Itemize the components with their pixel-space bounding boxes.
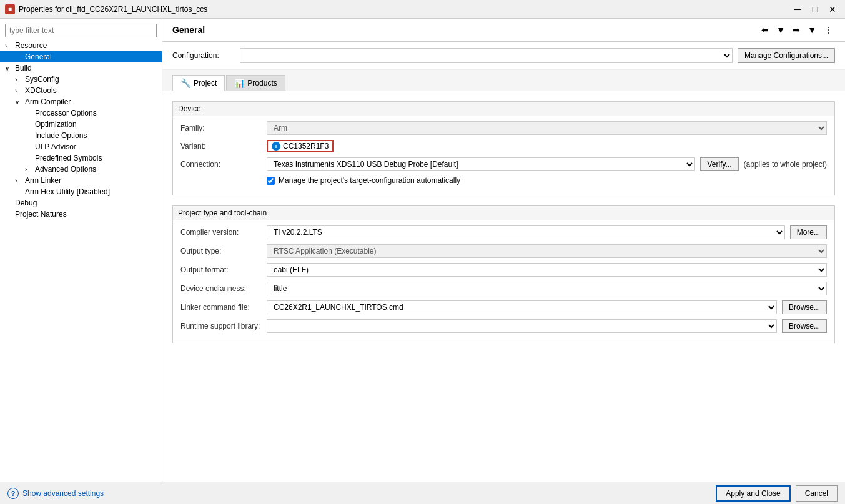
device-section: Device Family: Arm Variant: i (172, 101, 835, 195)
sidebar-item-label: XDCtools (25, 86, 57, 95)
bottom-buttons: Apply and Close Cancel (716, 485, 838, 502)
configuration-label: Configuration: (172, 51, 235, 60)
products-tab-icon: 📊 (234, 78, 245, 88)
sidebar-item-armhexutility[interactable]: Arm Hex Utility [Disabled] (0, 186, 162, 197)
sidebar-item-debug[interactable]: Debug (0, 197, 162, 209)
sidebar-item-projectnatures[interactable]: Project Natures (0, 209, 162, 220)
sidebar-item-resource[interactable]: › Resource (0, 40, 162, 51)
device-endian-label: Device endianness: (180, 284, 262, 293)
tab-project[interactable]: 🔧 Project (172, 75, 225, 91)
configuration-select[interactable]: Debug [ Active ] (240, 48, 733, 63)
sidebar-item-ulpadvisor[interactable]: ULP Advisor (0, 141, 162, 152)
tab-products[interactable]: 📊 Products (226, 75, 285, 91)
sidebar-item-armlinker[interactable]: › Arm Linker (0, 175, 162, 186)
back-button[interactable]: ⬅ (759, 24, 771, 36)
cancel-button[interactable]: Cancel (796, 485, 838, 502)
manage-checkbox[interactable] (267, 177, 275, 185)
family-row: Family: Arm (180, 121, 827, 135)
sidebar-item-label: Arm Linker (25, 176, 61, 185)
more-button[interactable]: More... (790, 225, 827, 239)
variant-row: Variant: i CC1352R1F3 (180, 140, 827, 152)
sidebar-item-general[interactable]: General (0, 51, 162, 62)
device-section-content: Family: Arm Variant: i CC1352R1F3 (173, 116, 834, 195)
linker-cmd-select[interactable]: CC26X2R1_LAUNCHXL_TIRTOS.cmd (267, 300, 777, 314)
filter-input[interactable] (5, 24, 157, 37)
arrow-icon: › (15, 177, 22, 184)
output-format-row: Output format: eabi (ELF) (180, 263, 827, 277)
project-type-section-content: Compiler version: TI v20.2.2.LTS More...… (173, 220, 834, 343)
sidebar-item-optimization[interactable]: Optimization (0, 119, 162, 130)
minimize-button[interactable]: ─ (790, 3, 805, 16)
content-body: Device Family: Arm Variant: i (162, 91, 845, 482)
window-title: Properties for cli_ftd_CC26X2R1_LAUNCHXL… (19, 5, 207, 14)
sidebar-item-label: Build (15, 64, 32, 72)
forward-dropdown-button[interactable]: ▼ (805, 24, 819, 36)
sidebar-item-includeoptions[interactable]: Include Options (0, 130, 162, 141)
apply-and-close-button[interactable]: Apply and Close (716, 485, 790, 502)
verify-button[interactable]: Verify... (700, 157, 738, 171)
sidebar-item-sysconfg[interactable]: › SysConfig (0, 74, 162, 85)
connection-label: Connection: (180, 160, 262, 169)
compiler-version-select[interactable]: TI v20.2.2.LTS (267, 225, 785, 239)
main-layout: › Resource General ∨ Build › SysConfig ›… (0, 19, 845, 482)
header-actions: ⬅ ▼ ➡ ▼ ⋮ (759, 24, 835, 36)
tab-products-label: Products (247, 79, 277, 87)
output-type-label: Output type: (180, 247, 262, 255)
connection-select[interactable]: Texas Instruments XDS110 USB Debug Probe… (267, 157, 695, 171)
page-title: General (172, 25, 205, 35)
device-endian-row: Device endianness: little (180, 282, 827, 295)
more-options-button[interactable]: ⋮ (821, 24, 835, 36)
browse-button-2[interactable]: Browse... (782, 319, 827, 333)
sidebar-item-label: Arm Hex Utility [Disabled] (25, 187, 110, 196)
output-format-label: Output format: (180, 265, 262, 274)
sidebar-item-label: ULP Advisor (35, 142, 76, 151)
sidebar-item-label: Project Natures (15, 210, 67, 219)
configuration-row: Configuration: Debug [ Active ] Manage C… (162, 42, 845, 70)
arrow-icon: › (25, 166, 32, 173)
sidebar-item-label: Arm Compiler (25, 97, 71, 106)
title-bar: ■ Properties for cli_ftd_CC26X2R1_LAUNCH… (0, 0, 845, 19)
sidebar-item-xdctools[interactable]: › XDCtools (0, 85, 162, 96)
tabs-bar: 🔧 Project 📊 Products (162, 70, 845, 91)
sidebar-item-label: Resource (15, 41, 47, 50)
output-format-select[interactable]: eabi (ELF) (267, 263, 827, 277)
project-tab-icon: 🔧 (180, 78, 191, 88)
device-section-title: Device (173, 102, 834, 116)
sidebar-item-label: Processor Options (35, 109, 97, 117)
content-header: General ⬅ ▼ ➡ ▼ ⋮ (162, 19, 845, 42)
nav-dropdown-button[interactable]: ▼ (774, 24, 788, 36)
sidebar-item-label: SysConfig (25, 75, 59, 84)
sidebar-item-label: Optimization (35, 120, 77, 129)
output-type-row: Output type: RTSC Application (Executabl… (180, 244, 827, 258)
manage-configurations-button[interactable]: Manage Configurations... (738, 48, 835, 63)
close-button[interactable]: ✕ (825, 3, 840, 16)
sidebar-item-processoroptions[interactable]: Processor Options (0, 107, 162, 119)
variant-label: Variant: (180, 142, 262, 151)
family-label: Family: (180, 124, 262, 132)
runtime-support-label: Runtime support library: (180, 322, 262, 330)
sidebar-item-label: Debug (15, 199, 37, 207)
tab-project-label: Project (194, 79, 217, 87)
bottom-bar: ? Show advanced settings Apply and Close… (0, 482, 845, 504)
sidebar-item-label: Advanced Options (35, 165, 96, 174)
sidebar-item-predefinedsymbols[interactable]: Predefined Symbols (0, 152, 162, 164)
variant-value: CC1352R1F3 (283, 142, 329, 151)
arrow-icon: ∨ (15, 99, 22, 106)
maximize-button[interactable]: □ (808, 3, 823, 16)
sidebar-item-armcompiler[interactable]: ∨ Arm Compiler (0, 96, 162, 107)
device-endian-select[interactable]: little (267, 282, 827, 295)
compiler-version-label: Compiler version: (180, 228, 262, 237)
sidebar: › Resource General ∨ Build › SysConfig ›… (0, 19, 162, 482)
output-type-select[interactable]: RTSC Application (Executable) (267, 244, 827, 258)
sidebar-item-label: General (25, 52, 52, 61)
sidebar-item-label: Include Options (35, 131, 87, 140)
sidebar-item-advancedoptions[interactable]: › Advanced Options (0, 164, 162, 175)
linker-cmd-row: Linker command file: CC26X2R1_LAUNCHXL_T… (180, 300, 827, 314)
runtime-support-select[interactable] (267, 319, 777, 333)
sidebar-item-build[interactable]: ∨ Build (0, 62, 162, 74)
browse-button-1[interactable]: Browse... (782, 300, 827, 314)
help-icon: ? (7, 488, 19, 499)
show-advanced-link[interactable]: ? Show advanced settings (7, 488, 104, 499)
forward-button[interactable]: ➡ (790, 24, 803, 36)
family-select[interactable]: Arm (267, 121, 827, 135)
